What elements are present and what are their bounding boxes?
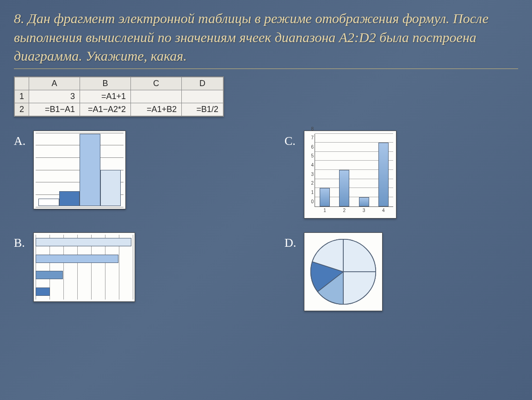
chart-D	[304, 232, 383, 311]
chart-B	[33, 232, 135, 302]
cell-B1: =A1+1	[80, 90, 131, 103]
header-C: C	[131, 77, 182, 90]
option-B[interactable]: B.	[14, 232, 247, 320]
header-blank	[15, 77, 29, 90]
cell-B2: =A1−A2*2	[80, 103, 131, 116]
header-B: B	[80, 77, 131, 90]
cell-D2: =B1/2	[182, 103, 223, 116]
row1-num: 1	[15, 90, 29, 103]
table-row: 2 =B1−A1 =A1−A2*2 =A1+B2 =B1/2	[15, 103, 223, 116]
chart-C: 0 1 2 3 4 5 6 7 8 1 2	[304, 131, 396, 219]
option-B-label: B.	[14, 236, 28, 250]
option-C[interactable]: C. 0 1 2 3 4 5 6	[285, 131, 518, 219]
option-D-label: D.	[285, 236, 298, 250]
option-C-label: C.	[285, 134, 298, 148]
option-A[interactable]: A.	[14, 131, 247, 219]
cell-C1	[131, 90, 182, 103]
header-A: A	[29, 77, 80, 90]
cell-D1	[182, 90, 223, 103]
row2-num: 2	[15, 103, 29, 116]
header-D: D	[182, 77, 223, 90]
spreadsheet-fragment: A B C D 1 3 =A1+1 2 =B1−A1 =A1−A2*2 =A1+…	[14, 76, 224, 117]
chart-A	[33, 131, 126, 209]
cell-A1: 3	[29, 90, 80, 103]
option-A-label: A.	[14, 134, 28, 148]
question-text: 8. Дан фрагмент электронной таблицы в ре…	[14, 9, 518, 66]
divider	[14, 69, 518, 69]
option-D[interactable]: D.	[285, 232, 518, 320]
cell-C2: =A1+B2	[131, 103, 182, 116]
cell-A2: =B1−A1	[29, 103, 80, 116]
table-row: 1 3 =A1+1	[15, 90, 223, 103]
